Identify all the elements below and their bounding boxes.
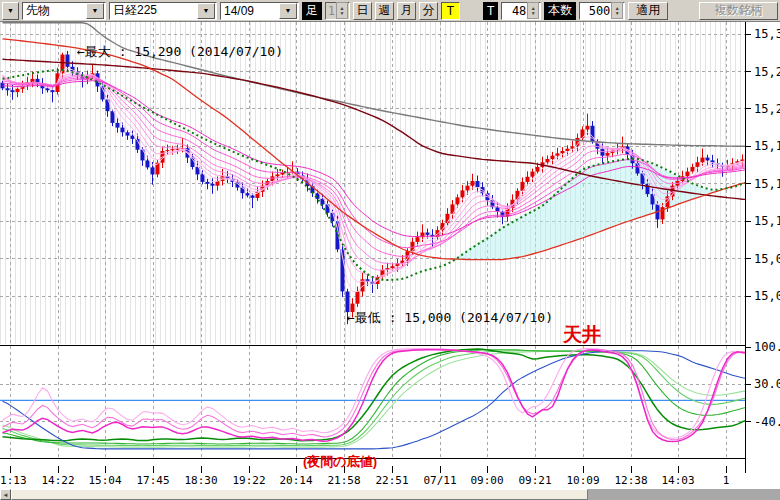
- chevron-down-icon[interactable]: ▼: [197, 3, 215, 19]
- time-tick-label: 22:51: [375, 474, 408, 487]
- toolbar: ▼ 先物 ▼ 日経225 ▼ 14/09 ▼ 足 1 ▲▼ 日 週 月 分 T …: [0, 0, 780, 22]
- left-arrow-icon: ◄: [3, 492, 9, 498]
- symbol-combo-value: 日経225: [110, 2, 197, 19]
- chart-area: 15,31015,27015,23015,19015,15015,11015,0…: [0, 22, 780, 489]
- bar-type-label: 足: [302, 2, 322, 20]
- price-tick-label: 15,230: [754, 102, 780, 116]
- time-tick-label: 10:09: [566, 474, 599, 487]
- time-tick-label: 18:30: [184, 474, 217, 487]
- multi-symbol-button[interactable]: 複数銘柄: [699, 2, 778, 20]
- chart-annotation: (夜間の底値): [303, 454, 377, 469]
- time-tick-label: 14:03: [661, 474, 694, 487]
- bar-interval-spinner: 1 ▲▼: [325, 2, 350, 20]
- time-tick-label: 21:58: [327, 474, 360, 487]
- period-week-button[interactable]: 週: [375, 2, 394, 20]
- axes: [0, 22, 751, 473]
- bar-count-spinner[interactable]: 500 ▲▼: [579, 2, 625, 20]
- contract-month-combo-value: 14/09: [221, 4, 279, 18]
- axis-labels: 15,31015,27015,23015,19015,15015,11015,0…: [0, 27, 780, 487]
- tick-count-spinner[interactable]: 48 ▲▼: [501, 2, 541, 20]
- bar-interval-value: 1: [326, 4, 336, 18]
- chevron-down-icon: ▼: [7, 7, 14, 14]
- bar-count-value: 500: [580, 4, 611, 18]
- spinner-updown-icon: ▲▼: [611, 2, 623, 19]
- chart-annotation: ←最低 : 15,000 (2014/07/10): [347, 310, 553, 325]
- time-tick-label: 1: [723, 474, 730, 487]
- chart-annotation: 天井: [562, 324, 601, 345]
- price-tick-label: 15,190: [754, 139, 780, 153]
- moving-averages-layer: [3, 23, 748, 280]
- hidden-combo-dropdown-button[interactable]: ▼: [2, 2, 19, 20]
- time-tick-label: 07/11: [423, 474, 456, 487]
- time-tick-label: 12:38: [614, 474, 647, 487]
- tick-count-value: 48: [502, 4, 527, 18]
- price-tick-label: 15,310: [754, 27, 780, 41]
- osc-tick-label: 30.00: [754, 377, 780, 391]
- cloud-layer: [454, 159, 722, 260]
- time-tick-label: 19:22: [232, 474, 265, 487]
- price-tick-label: 15,270: [754, 65, 780, 79]
- price-tick-label: 15,070: [754, 252, 780, 266]
- price-tick-label: 15,110: [754, 214, 780, 228]
- apply-button[interactable]: 適用: [628, 2, 668, 20]
- chart-root: 15,31015,27015,23015,19015,15015,11015,0…: [0, 22, 780, 487]
- spinner-updown-icon: ▲▼: [527, 2, 539, 19]
- time-tick-label: 17:45: [136, 474, 169, 487]
- scrollbar-thumb[interactable]: [11, 489, 588, 500]
- contract-month-combo[interactable]: 14/09 ▼: [220, 2, 299, 20]
- time-tick-label: 09:21: [518, 474, 551, 487]
- period-minute-button[interactable]: 分: [419, 2, 438, 20]
- spinner-updown-icon: ▲▼: [336, 2, 348, 19]
- price-tick-label: 15,150: [754, 177, 780, 191]
- instrument-combo-value: 先物: [23, 2, 86, 19]
- oscillator-panel: [0, 349, 748, 449]
- candles-layer: [1, 51, 750, 324]
- symbol-combo[interactable]: 日経225 ▼: [109, 2, 217, 20]
- osc-green-2: [3, 350, 748, 444]
- instrument-combo[interactable]: 先物 ▼: [22, 2, 106, 20]
- chart-canvas[interactable]: 15,31015,27015,23015,19015,15015,11015,0…: [0, 22, 780, 489]
- time-tick-label: 15:04: [88, 474, 121, 487]
- osc-tick-label: 100.00: [754, 340, 780, 354]
- chart-window: ▼ 先物 ▼ 日経225 ▼ 14/09 ▼ 足 1 ▲▼ 日 週 月 分 T …: [0, 0, 780, 500]
- chevron-down-icon[interactable]: ▼: [279, 3, 297, 19]
- price-panel: [1, 23, 750, 324]
- scroll-left-button[interactable]: ◄: [0, 489, 11, 500]
- time-tick-label: 20:14: [279, 474, 312, 487]
- period-tick-button[interactable]: T: [441, 2, 460, 20]
- osc-tick-label: -40.00: [754, 415, 780, 429]
- time-tick-label: 14:22: [41, 474, 74, 487]
- period-day-button[interactable]: 日: [353, 2, 372, 20]
- bar-count-label: 本数: [544, 2, 576, 20]
- horizontal-scrollbar[interactable]: ◄: [0, 489, 780, 500]
- period-month-button[interactable]: 月: [397, 2, 416, 20]
- chevron-down-icon[interactable]: ▼: [86, 3, 104, 19]
- osc-magenta-bright: [3, 350, 748, 442]
- time-tick-label: 11:13: [0, 474, 27, 487]
- price-tick-label: 15,030: [754, 289, 780, 303]
- chart-annotation: ←最大 : 15,290 (2014/07/10): [77, 44, 283, 59]
- tick-count-label: T: [483, 2, 498, 20]
- time-tick-label: 09:00: [470, 474, 503, 487]
